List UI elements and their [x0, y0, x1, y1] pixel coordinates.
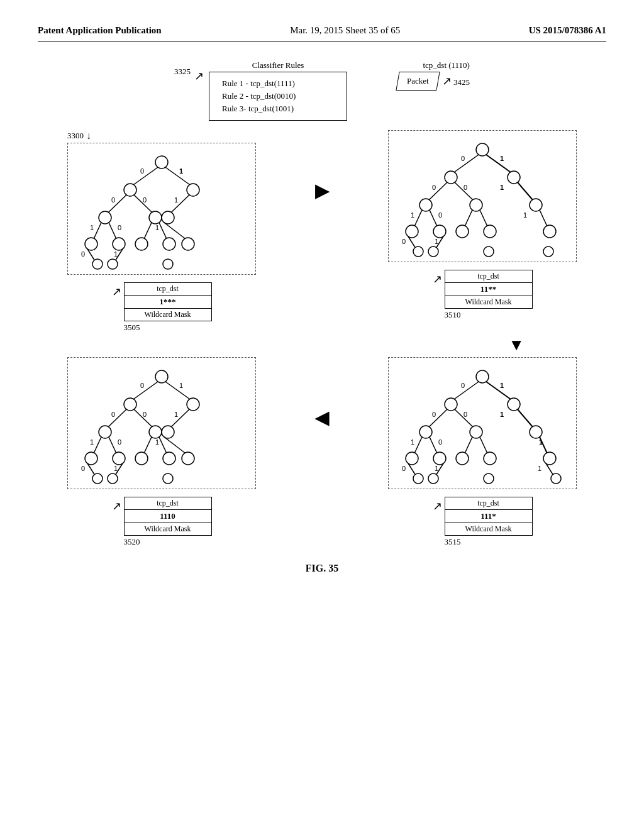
page: Patent Application Publication Mar. 19, … — [0, 0, 644, 830]
svg-text:0: 0 — [432, 184, 436, 191]
tree-3300-label: 3300 — [67, 131, 84, 141]
svg-point-87 — [149, 426, 162, 438]
svg-text:1: 1 — [411, 211, 414, 219]
tree-3520-svg: 0 1 0 0 1 — [80, 365, 243, 482]
svg-text:1: 1 — [174, 411, 178, 418]
tree-3300-svg: 0 1 0 0 1 — [80, 151, 243, 267]
tree-3505-tcp-header: tcp_dst — [125, 283, 211, 295]
svg-line-40 — [486, 155, 511, 172]
header: Patent Application Publication Mar. 19, … — [38, 25, 606, 42]
svg-point-69 — [413, 246, 423, 257]
svg-point-41 — [445, 171, 457, 184]
svg-line-55 — [414, 210, 422, 226]
tree-3505-value: 1*** — [125, 295, 211, 308]
svg-line-94 — [144, 437, 152, 453]
svg-point-0 — [155, 156, 168, 169]
svg-point-123 — [470, 426, 482, 438]
svg-line-76 — [133, 382, 158, 399]
tree-3510-tcp-header: tcp_dst — [445, 270, 532, 282]
svg-point-50 — [470, 199, 482, 211]
svg-text:1: 1 — [538, 465, 541, 472]
tree-3515-label-box: tcp_dst 111* Wildcard Mask — [445, 497, 533, 536]
tree-3505-number: 3505 — [124, 323, 212, 333]
svg-line-20 — [109, 223, 116, 239]
svg-line-131 — [480, 437, 487, 453]
svg-point-107 — [108, 473, 118, 484]
svg-point-28 — [182, 238, 194, 250]
tree-row-2: 0 1 0 0 1 — [38, 357, 606, 547]
svg-point-146 — [484, 473, 494, 484]
svg-point-78 — [124, 398, 136, 411]
svg-point-147 — [551, 473, 561, 484]
packet-box: Packet — [396, 72, 440, 91]
tree-3515-tcp-header: tcp_dst — [445, 497, 532, 509]
svg-text:0: 0 — [140, 382, 144, 389]
svg-point-64 — [543, 225, 556, 238]
tcp-dst-label: tcp_dst (1110) — [423, 60, 470, 70]
tree-3300-box: 0 1 0 0 1 — [67, 143, 256, 275]
svg-text:1: 1 — [174, 196, 178, 204]
svg-point-101 — [182, 452, 194, 465]
tree-3520-number: 3520 — [124, 537, 212, 547]
svg-line-22 — [159, 223, 167, 239]
svg-point-114 — [445, 398, 457, 411]
header-center: Mar. 19, 2015 Sheet 35 of 65 — [290, 25, 400, 36]
svg-point-100 — [163, 452, 175, 465]
svg-point-71 — [484, 246, 494, 257]
svg-point-122 — [419, 426, 432, 438]
rule-1: Rule 1 - tcp_dst(1111) — [222, 77, 334, 90]
svg-text:1: 1 — [500, 382, 504, 389]
svg-text:0: 0 — [111, 196, 115, 204]
svg-point-24 — [85, 238, 97, 250]
rules-arrow-icon: ↗ — [194, 69, 204, 83]
svg-text:1: 1 — [500, 411, 504, 418]
svg-line-93 — [109, 437, 116, 453]
classifier-rules-title: Classifier Rules — [209, 60, 347, 70]
tree-3515-section: 0 1 0 0 1 — [388, 357, 577, 547]
svg-line-128 — [414, 437, 422, 453]
svg-text:0: 0 — [438, 211, 442, 219]
svg-point-13 — [99, 211, 111, 224]
svg-point-115 — [508, 398, 520, 411]
svg-text:1: 1 — [155, 438, 159, 446]
svg-point-124 — [530, 426, 542, 438]
svg-point-42 — [508, 171, 520, 184]
tree-3510-section: 0 1 0 0 1 — [388, 130, 577, 320]
classifier-rules-box: Rule 1 - tcp_dst(1111) Rule 2 - tcp_dst(… — [209, 72, 347, 121]
svg-text:1: 1 — [90, 438, 94, 446]
svg-line-92 — [94, 437, 101, 453]
tree-3515-wildcard: Wildcard Mask — [445, 523, 532, 535]
tree-3505-wildcard: Wildcard Mask — [125, 308, 211, 321]
svg-line-48 — [518, 182, 533, 200]
svg-line-104 — [87, 463, 95, 475]
svg-text:0: 0 — [140, 167, 144, 175]
svg-text:1: 1 — [179, 167, 183, 175]
svg-text:0: 0 — [464, 411, 467, 418]
svg-point-70 — [428, 246, 438, 257]
svg-point-73 — [155, 370, 168, 383]
svg-point-88 — [162, 426, 174, 438]
svg-text:1: 1 — [179, 382, 183, 389]
classifier-packet-row: 3325 ↗ Classifier Rules Rule 1 - tcp_dst… — [38, 60, 606, 121]
tree-3520-tcp-header: tcp_dst — [125, 497, 211, 509]
tree-3510-label-box: tcp_dst 11** Wildcard Mask — [445, 270, 533, 309]
svg-point-62 — [456, 225, 469, 238]
svg-text:1: 1 — [500, 184, 504, 191]
svg-point-137 — [543, 452, 556, 465]
svg-point-145 — [428, 473, 438, 484]
svg-text:1: 1 — [155, 224, 159, 231]
tree-3515-svg: 0 1 0 0 1 — [401, 365, 564, 482]
tree-3515-box: 0 1 0 0 1 — [388, 357, 577, 489]
svg-text:1: 1 — [500, 155, 504, 162]
svg-text:0: 0 — [143, 196, 147, 204]
svg-point-5 — [124, 184, 136, 196]
svg-text:0: 0 — [118, 224, 121, 231]
svg-line-21 — [144, 223, 152, 239]
tree-3520-wildcard: Wildcard Mask — [125, 523, 211, 535]
tree-3515-number: 3515 — [445, 537, 533, 547]
svg-point-72 — [543, 246, 553, 257]
tree-3510-number: 3510 — [445, 310, 533, 320]
svg-point-36 — [476, 143, 489, 156]
svg-point-33 — [92, 259, 103, 269]
tree-3520-section: 0 1 0 0 1 — [67, 357, 256, 547]
